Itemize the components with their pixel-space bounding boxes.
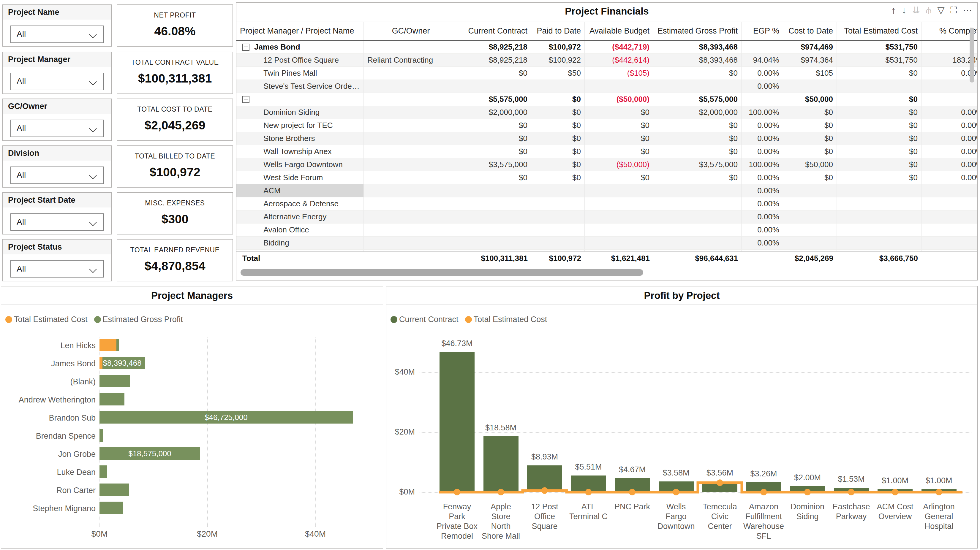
bar-current-contract-atl-terminal-c[interactable] — [571, 475, 606, 492]
bar-current-contract-dominion-siding[interactable] — [790, 486, 825, 492]
category-label-brandon-sub: Brandon Sub — [3, 413, 95, 423]
bar-data-label: $18.58M — [477, 423, 525, 432]
cell-egp: 100.00% — [741, 106, 783, 119]
row-name-cell: ACM — [236, 184, 364, 197]
legend-label: Total Estimated Cost — [14, 315, 88, 324]
cell-estimated-gross-profit: $2,000,000 — [653, 106, 741, 119]
filter-dropdown-project-name[interactable]: All — [10, 25, 103, 43]
bar-current-contract-apple-store-north-shore-mall[interactable] — [484, 436, 519, 492]
cell-egp — [741, 93, 783, 106]
table-row-avalon-office[interactable]: Avalon Office0.00% — [236, 224, 977, 237]
cell-total-estimated-cost: $0 — [837, 145, 921, 158]
dropdown-value: All — [17, 214, 26, 230]
bar-current-contract-fenway-park-private-box-remodel[interactable] — [439, 352, 474, 492]
cell-total-estimated-cost: $0 — [837, 132, 921, 145]
column-header-estimated-gross-profit[interactable]: Estimated Gross Profit — [653, 22, 741, 40]
table-row-alternative-energy[interactable]: Alternative Energy0.00% — [236, 210, 977, 224]
cell-available-budget: $0 — [585, 132, 653, 145]
bar-gross-profit-andrew-wetherington[interactable] — [100, 393, 124, 405]
category-label-apple-store-north-shore-mall: AppleStoreNorthShore Mall — [479, 502, 523, 541]
filter-dropdown-project-start-date[interactable]: All — [10, 213, 103, 230]
table-row-dominion-siding[interactable]: Dominion Siding$2,000,000$0$0$2,000,0001… — [236, 106, 977, 119]
bar-data-label: $4.67M — [608, 465, 656, 474]
bar-current-contract-12-post-office-square[interactable] — [527, 466, 562, 492]
bar-current-contract-pnc-park[interactable] — [615, 478, 650, 492]
legend-item-estimated-gross-profit[interactable]: Estimated Gross Profit — [94, 315, 183, 324]
filter-card-project-name: Project NameAll — [2, 5, 112, 47]
column-header-project-manager-project-name[interactable]: Project Manager / Project Name — [236, 22, 364, 40]
table-row-new-project-for-tec[interactable]: New project for TEC$0$0$0$00.00%$0$00.00… — [236, 119, 977, 132]
cell-complete: 183.24% — [921, 54, 977, 67]
cell-current-contract: $8,925,218 — [458, 54, 531, 67]
cell-available-budget: $0 — [585, 106, 653, 119]
cell-current-contract: $3,575,000 — [458, 158, 531, 171]
bar-data-label: $8,393,468 — [100, 357, 145, 369]
row-name: New project for TEC — [263, 121, 333, 130]
bar-gross-profit-blank[interactable] — [100, 375, 130, 387]
bar-current-contract-wells-fargo-downtown[interactable] — [659, 482, 694, 492]
bar-current-contract-amazon-fulfillment-warehouse-sfl[interactable] — [746, 482, 781, 492]
table-row-wells-fargo-downtown[interactable]: Wells Fargo Downtown$3,575,000$0($50,000… — [236, 158, 977, 171]
vertical-scrollbar[interactable] — [970, 28, 974, 83]
legend-item-total-estimated-cost[interactable]: Total Estimated Cost — [465, 315, 547, 324]
filter-dropdown-project-manager[interactable]: All — [10, 73, 103, 90]
table-row-acm[interactable]: ACM0.00% — [236, 184, 977, 197]
filter-dropdown-division[interactable]: All — [10, 167, 103, 184]
filter-dropdown-project-status[interactable]: All — [10, 260, 103, 278]
table-row-blank[interactable]: $5,575,000$0($50,000)$5,575,000$50,000$0 — [236, 93, 977, 106]
bar-gross-profit-stephen-mignano[interactable] — [100, 502, 123, 514]
dropdown-value: All — [17, 73, 26, 90]
y-axis-tick: $20M — [387, 428, 415, 437]
bar-data-label: $8.93M — [521, 452, 568, 461]
bar-gross-profit-brendan-spence[interactable] — [100, 429, 103, 442]
row-name-cell: Dominion Siding — [236, 106, 364, 119]
collapse-icon[interactable] — [242, 96, 250, 103]
cell-cost-to-date: $974,469 — [783, 41, 837, 53]
horizontal-scrollbar[interactable] — [240, 269, 643, 276]
table-row-aerospace-defense[interactable]: Aerospace & Defense0.00% — [236, 197, 977, 210]
bar-current-contract-acm-cost-overview[interactable] — [878, 489, 913, 492]
table-row-james-bond[interactable]: James Bond$8,925,218$100,972($442,719)$8… — [236, 41, 977, 54]
filter-card-project-start-date: Project Start DateAll — [2, 192, 112, 234]
table-row-west-side-forum[interactable]: West Side Forum$0$0$0$00.00%$0$00.00% — [236, 171, 977, 184]
bar-estimated-cost-len-hicks[interactable] — [100, 339, 116, 351]
column-header-current-contract[interactable]: Current Contract — [458, 22, 531, 40]
bar-gross-profit-luke-dean[interactable] — [100, 466, 107, 478]
bar-current-contract-eastchase-parkway[interactable] — [834, 488, 869, 492]
cell-total-estimated-cost — [837, 237, 921, 249]
row-name-cell — [236, 93, 364, 106]
filter-dropdown-gc-owner[interactable]: All — [10, 119, 103, 137]
bar-gross-profit-ron-carter[interactable] — [100, 483, 129, 496]
cell-estimated-gross-profit: $0 — [653, 67, 741, 79]
column-header-paid-to-date[interactable]: Paid to Date — [531, 22, 585, 40]
column-header-egp[interactable]: EGP % — [741, 22, 783, 40]
row-name: James Bond — [254, 43, 300, 52]
table-row-bidding[interactable]: Bidding0.00% — [236, 237, 977, 250]
column-header-complete[interactable]: % Complete — [921, 22, 977, 40]
bar-current-contract-arlington-general-hospital[interactable] — [921, 489, 956, 492]
cell-cost-to-date: $0 — [783, 145, 837, 158]
total-cell-paid-to-date: $100,972 — [531, 252, 585, 265]
legend-item-total-estimated-cost[interactable]: Total Estimated Cost — [5, 315, 88, 324]
column-header-gc-owner[interactable]: GC/Owner — [364, 22, 458, 40]
column-header-total-estimated-cost[interactable]: Total Estimated Cost — [837, 22, 921, 40]
cell-total-estimated-cost: $0 — [837, 171, 921, 184]
legend-dot-icon — [465, 316, 472, 323]
column-header-available-budget[interactable]: Available Budget — [585, 22, 653, 40]
table-row-12-post-office-square[interactable]: 12 Post Office SquareReliant Contracting… — [236, 54, 977, 67]
row-name-cell: James Bond — [236, 41, 364, 53]
table-row-wall-township-anex[interactable]: Wall Township Anex$0$0$0$00.00%$0$00.00% — [236, 145, 977, 158]
cell-available-budget: ($50,000) — [585, 158, 653, 171]
table-row-stone-brothers[interactable]: Stone Brothers$0$0$0$00.00%$0$00.00% — [236, 132, 977, 145]
cell-available-budget — [585, 224, 653, 236]
row-name: 12 Post Office Square — [263, 56, 339, 65]
collapse-icon[interactable] — [242, 44, 250, 51]
table-row-twin-pines-mall[interactable]: Twin Pines Mall$0$50($105)$00.00%$105$00… — [236, 67, 977, 80]
column-header-cost-to-date[interactable]: Cost to Date — [783, 22, 837, 40]
table-row-steve-s-test-service-orde[interactable]: Steve's Test Service Orde…0.00% — [236, 80, 977, 93]
cell-cost-to-date — [783, 237, 837, 249]
bar-current-contract-temecula-civic-center[interactable] — [702, 482, 737, 492]
legend-item-current-contract[interactable]: Current Contract — [390, 315, 458, 324]
cell-current-contract — [458, 80, 531, 92]
cell-gc-owner — [364, 171, 458, 184]
